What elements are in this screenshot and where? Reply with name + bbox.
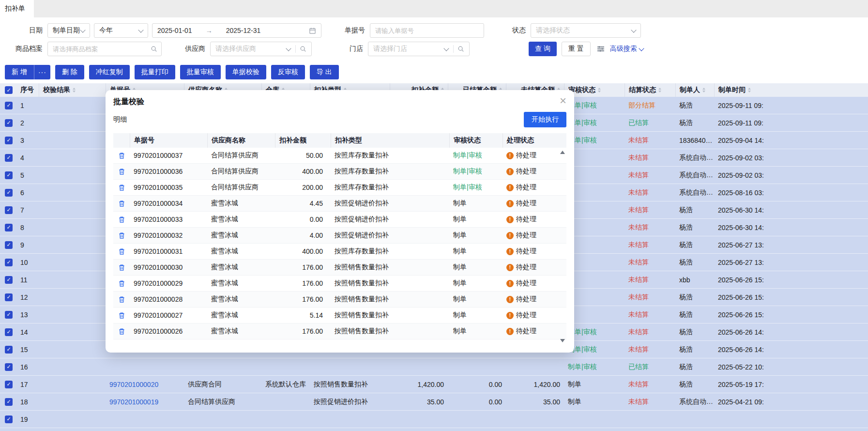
row-checkbox[interactable] [5,293,13,301]
store-select[interactable]: 请选择门店 [368,42,470,56]
row-checkbox[interactable] [5,259,13,266]
row-checkbox[interactable] [5,154,13,162]
search-icon[interactable] [457,46,464,52]
row-checkbox[interactable] [5,224,13,231]
modal-table-row[interactable]: 9970201000026蜜雪冰城176.00按照销售数量扣补制单!待处理 [113,323,566,339]
reset-button[interactable]: 重 置 [562,42,591,56]
doc-number-input[interactable] [370,23,484,38]
row-checkbox[interactable] [5,381,13,388]
modal-table-row[interactable]: 9970201000027蜜雪冰城5.14按照销售数量扣补制单!待处理 [113,308,566,323]
row-checkbox[interactable] [5,311,13,319]
delete-row-icon[interactable] [118,328,125,335]
row-select-cell [0,376,16,393]
cell-warehouse [261,393,310,410]
cell-creator-text: 杨浩 [679,310,693,319]
filter-settings-icon[interactable] [596,45,605,53]
red-copy-button[interactable]: 冲红复制 [89,65,130,79]
row-select-cell [0,184,16,201]
reverse-audit-button[interactable]: 反审核 [271,65,305,79]
sort-icon[interactable] [598,88,601,92]
scroll-up-icon[interactable] [560,151,565,154]
delete-row-icon[interactable] [118,184,125,191]
product-file-input[interactable] [47,42,162,56]
sort-icon[interactable] [73,88,76,92]
row-checkbox[interactable] [5,346,13,354]
delete-button[interactable]: 删 除 [55,65,84,79]
table-row[interactable]: 20 [0,428,868,431]
batch-audit-button[interactable]: 批量审核 [180,65,221,79]
export-button[interactable]: 导 出 [310,65,339,79]
modal-table-row[interactable]: 9970201000030蜜雪冰城176.00按照销售数量扣补制单!待处理 [113,260,566,276]
date-range-picker[interactable]: 2025-01-01 → 2025-12-31 [152,23,321,38]
delete-row-icon[interactable] [118,264,125,271]
search-icon[interactable] [300,46,306,52]
start-execute-button[interactable]: 开始执行 [524,112,566,127]
cell-time: 2025-06-30 14: [714,219,868,236]
sort-icon[interactable] [702,88,705,92]
row-checkbox[interactable] [5,241,13,249]
table-row[interactable]: 16制单|审核已结算杨浩2025-05-22 10: [0,358,868,376]
cell-time: 2025-06-26 15: [714,289,868,306]
row-checkbox[interactable] [5,328,13,336]
column-header-settle[interactable]: 结算状态 [624,83,675,97]
modal-table-row[interactable]: 9970201000037合同结算供应商50.00按照库存数量扣补制单|审核!待… [113,148,566,164]
modal-table-row[interactable]: 9970201000034蜜雪冰城4.45按照促销进价扣补制单!待处理 [113,196,566,212]
delete-row-icon[interactable] [118,312,125,319]
row-checkbox[interactable] [5,102,13,109]
supplier-select[interactable]: 请选择供应商 [210,42,312,56]
row-checkbox[interactable] [5,137,13,144]
delete-row-icon[interactable] [118,248,125,255]
cell-verify [39,358,106,375]
cell-doc-text[interactable]: 9970201000020 [109,381,158,388]
status-select[interactable]: 请选择状态 [531,23,641,38]
query-button[interactable]: 查 询 [529,42,557,56]
date-preset-select[interactable]: 今年 [94,23,148,38]
cell-settle: 未结算 [624,219,675,236]
modal-table-row[interactable]: 9970201000032蜜雪冰城4.00按照促销进价扣补制单!待处理 [113,228,566,244]
row-checkbox[interactable] [5,189,13,197]
column-header-time[interactable]: 制单时间 [714,83,868,97]
batch-print-button[interactable]: 批量打印 [135,65,175,79]
cell-verify [39,323,106,340]
cell-settle-text: 未结算 [628,258,649,267]
cell-settled-text: 0.00 [489,381,502,388]
modal-table-row[interactable]: 9970201000031蜜雪冰城400.00按照库存数量扣补制单!待处理 [113,244,566,260]
select-all-checkbox[interactable] [5,86,13,94]
delete-row-icon[interactable] [118,216,125,223]
doc-verify-button[interactable]: 单据校验 [226,65,266,79]
row-checkbox[interactable] [5,171,13,179]
close-icon[interactable]: × [560,94,566,108]
date-type-select[interactable]: 制单日期 [47,23,90,38]
cell-doc-text[interactable]: 9970201000019 [109,398,158,406]
tab-deduction-order[interactable]: 扣补单 [0,0,34,17]
modal-table-row[interactable]: 9970201000036合同结算供应商400.00按照库存数量扣补制单|审核!… [113,164,566,180]
table-row[interactable]: 179970201000020供应商合同系统默认仓库按照销售数量扣补1,420.… [0,376,868,393]
table-row[interactable]: 19 [0,411,868,428]
add-more-button[interactable]: ··· [34,65,50,79]
delete-row-icon[interactable] [118,232,125,239]
search-icon[interactable] [151,46,157,52]
sort-icon[interactable] [658,88,661,92]
row-checkbox[interactable] [5,398,13,406]
delete-row-icon[interactable] [118,168,125,175]
scroll-down-icon[interactable] [560,339,565,342]
row-checkbox[interactable] [5,206,13,214]
table-row[interactable]: 189970201000019合同结算供应商按照促销进价扣补35.000.003… [0,393,868,411]
modal-table-row[interactable]: 9970201000028蜜雪冰城176.00按照销售数量扣补制单!待处理 [113,292,566,308]
column-header-verify[interactable]: 校验结果 [39,83,106,97]
add-button[interactable]: 新 增 [5,65,34,79]
delete-row-icon[interactable] [118,296,125,303]
modal-table-row[interactable]: 9970201000029蜜雪冰城176.00按照销售数量扣补制单!待处理 [113,276,566,292]
modal-table-row[interactable]: 9970201000033蜜雪冰城0.00按照促销进价扣补制单!待处理 [113,212,566,228]
row-checkbox[interactable] [5,416,13,423]
row-checkbox[interactable] [5,363,13,371]
row-checkbox[interactable] [5,276,13,284]
row-checkbox[interactable] [5,119,13,127]
delete-row-icon[interactable] [118,200,125,207]
delete-row-icon[interactable] [118,152,125,159]
modal-table-row[interactable]: 9970201000035合同结算供应商200.00按照库存数量扣补制单|审核!… [113,180,566,196]
column-header-creator[interactable]: 制单人 [675,83,714,97]
advanced-search-link[interactable]: 高级搜索 [610,45,643,53]
sort-icon[interactable] [748,88,751,92]
delete-row-icon[interactable] [118,280,125,287]
